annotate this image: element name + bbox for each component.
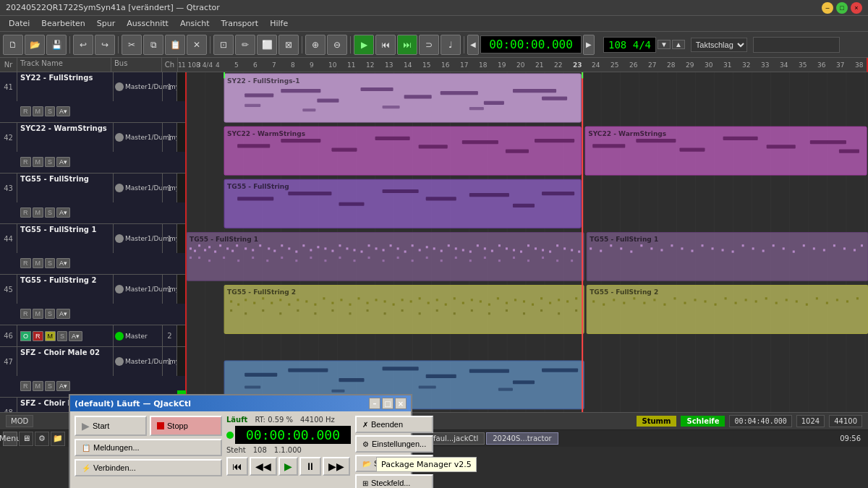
- qjack-max[interactable]: □: [382, 398, 393, 409]
- start-button[interactable]: Menu: [3, 432, 17, 446]
- qjack-status-light: [226, 432, 234, 439]
- qjack-forward[interactable]: ▶▶: [323, 457, 350, 476]
- track-42-auto[interactable]: A▾: [56, 157, 70, 167]
- beat-select[interactable]: Taktschlag: [691, 38, 747, 52]
- redo-button[interactable]: ↪: [95, 35, 115, 55]
- qjack-messages-label: Meldungen...: [93, 443, 140, 452]
- track-41-auto[interactable]: A▾: [56, 106, 70, 116]
- track-42-solo[interactable]: S: [45, 157, 55, 167]
- qjack-messages-btn[interactable]: 📋 Meldungen...: [75, 439, 222, 456]
- menu-bearbeiten[interactable]: Bearbeiten: [35, 17, 90, 30]
- track-44-solo[interactable]: S: [45, 258, 55, 268]
- qjack-connect-btn[interactable]: ⚡ Verbinden...: [75, 459, 222, 476]
- zoom-out[interactable]: ⊖: [327, 35, 347, 55]
- tool-cut[interactable]: ⊠: [278, 35, 299, 55]
- copy-button[interactable]: ⧉: [143, 35, 163, 55]
- svg-rect-244: [401, 309, 404, 312]
- track-43-solo[interactable]: S: [45, 207, 55, 218]
- qjack-settings-btn[interactable]: ⚙ Einstellungen...: [355, 435, 433, 453]
- loop-button[interactable]: ⊃: [419, 35, 439, 55]
- menu-datei[interactable]: Datei: [3, 17, 35, 30]
- svg-rect-278: [816, 297, 818, 299]
- taskbar-qtractor[interactable]: 20240S...tractor: [486, 432, 558, 445]
- qjack-pause[interactable]: ⏸: [299, 457, 321, 476]
- track-47-solo[interactable]: S: [45, 381, 55, 391]
- close-button[interactable]: ×: [851, 2, 862, 14]
- zoom-in[interactable]: ⊕: [305, 35, 326, 55]
- tempo-dec[interactable]: ▼: [658, 40, 671, 49]
- rewind-button[interactable]: ⏮: [375, 35, 396, 55]
- menu-spur[interactable]: Spur: [91, 17, 121, 30]
- qjack-start-btn[interactable]: ▶ Start: [75, 416, 147, 436]
- svg-rect-54: [331, 147, 357, 151]
- tempo-inc[interactable]: ▲: [672, 40, 685, 49]
- menu-ausschnitt[interactable]: Ausschnitt: [121, 17, 174, 30]
- menu-hilfe[interactable]: Hilfe: [264, 17, 294, 30]
- svg-rect-291: [244, 385, 260, 388]
- qjack-stop-btn[interactable]: Stopp: [150, 416, 222, 436]
- time-inc[interactable]: ▶: [583, 35, 595, 55]
- svg-rect-157: [498, 260, 501, 262]
- track-41-solo[interactable]: S: [45, 106, 55, 116]
- qjack-rewind-start[interactable]: ⏮: [226, 457, 248, 476]
- track-47-mute[interactable]: M: [33, 381, 44, 391]
- forward-button[interactable]: ⏭: [397, 35, 417, 55]
- track-46-orc[interactable]: O: [20, 331, 31, 341]
- minimize-button[interactable]: –: [822, 2, 833, 14]
- paste-button[interactable]: 📋: [165, 35, 185, 55]
- tool-erase[interactable]: ⬜: [257, 35, 277, 55]
- track-47-rec[interactable]: R: [20, 381, 31, 391]
- qjack-min[interactable]: –: [369, 398, 380, 409]
- play-button[interactable]: ▶: [354, 35, 374, 55]
- svg-rect-246: [436, 309, 438, 312]
- track-42-mute[interactable]: M: [33, 157, 44, 167]
- qjack-quit-btn[interactable]: ✗ Beenden: [355, 416, 433, 433]
- time-dec[interactable]: ◀: [467, 35, 479, 55]
- track-row-45: 45 TG55 - FullString 2 Master1/Dummy 1 R…: [0, 275, 185, 325]
- track-45-rec[interactable]: R: [20, 309, 31, 319]
- delete-button[interactable]: ✕: [187, 35, 207, 55]
- track-41-rec[interactable]: R: [20, 106, 31, 116]
- qjack-play[interactable]: ▶: [278, 457, 298, 476]
- svg-rect-226: [514, 299, 516, 301]
- undo-button[interactable]: ↩: [73, 35, 93, 55]
- track-45-auto[interactable]: A▾: [56, 309, 70, 319]
- cut-button[interactable]: ✂: [122, 35, 142, 55]
- menu-ansicht[interactable]: Ansicht: [174, 17, 216, 30]
- menu-transport[interactable]: Transport: [216, 17, 265, 30]
- track-44-rec[interactable]: R: [20, 258, 31, 268]
- track-42-rec[interactable]: R: [20, 157, 31, 167]
- track-44-mute[interactable]: M: [33, 258, 44, 268]
- status-stumm[interactable]: Stumm: [637, 416, 677, 427]
- track-46-auto[interactable]: A▾: [69, 331, 82, 341]
- track-45-nr: 45: [0, 275, 17, 304]
- track-41-name-area: SY22 - FullStrings: [17, 72, 113, 101]
- tool-select[interactable]: ⊡: [213, 35, 234, 55]
- svg-rect-188: [833, 244, 835, 247]
- track-46-mute[interactable]: M: [45, 331, 56, 341]
- track-46-solo[interactable]: S: [57, 331, 67, 341]
- track-46-rec[interactable]: R: [33, 331, 43, 341]
- qjack-rewind[interactable]: ◀◀: [250, 457, 277, 476]
- metronome-button[interactable]: ♩: [441, 35, 461, 55]
- track-45-mute[interactable]: M: [33, 309, 44, 319]
- qjack-indicator: 00:00:00.000: [226, 426, 351, 444]
- new-button[interactable]: 🗋: [3, 35, 23, 55]
- track-47-auto[interactable]: A▾: [56, 381, 70, 391]
- open-button[interactable]: 📂: [25, 35, 45, 55]
- maximize-button[interactable]: □: [836, 2, 848, 14]
- track-44-auto[interactable]: A▾: [56, 258, 70, 268]
- track-45-solo[interactable]: S: [45, 309, 55, 319]
- tool-draw[interactable]: ✏: [235, 35, 255, 55]
- track-43-auto[interactable]: A▾: [56, 207, 70, 218]
- track-41-mute[interactable]: M: [33, 106, 44, 116]
- save-button[interactable]: 💾: [46, 35, 67, 55]
- track-area: Nr Track Name Bus Ch 1 1 108 4/4 3 4 5 6…: [0, 58, 868, 412]
- track-43-mute[interactable]: M: [33, 207, 44, 218]
- qjack-close[interactable]: ×: [395, 398, 407, 409]
- svg-text:TG55 - FullString 1: TG55 - FullString 1: [590, 235, 658, 243]
- status-schleife[interactable]: Schleife: [681, 416, 725, 427]
- qjack-patchbay-btn[interactable]: ⊞ Steckfeld...: [355, 474, 433, 488]
- svg-rect-253: [558, 312, 560, 314]
- track-43-rec[interactable]: R: [20, 207, 31, 218]
